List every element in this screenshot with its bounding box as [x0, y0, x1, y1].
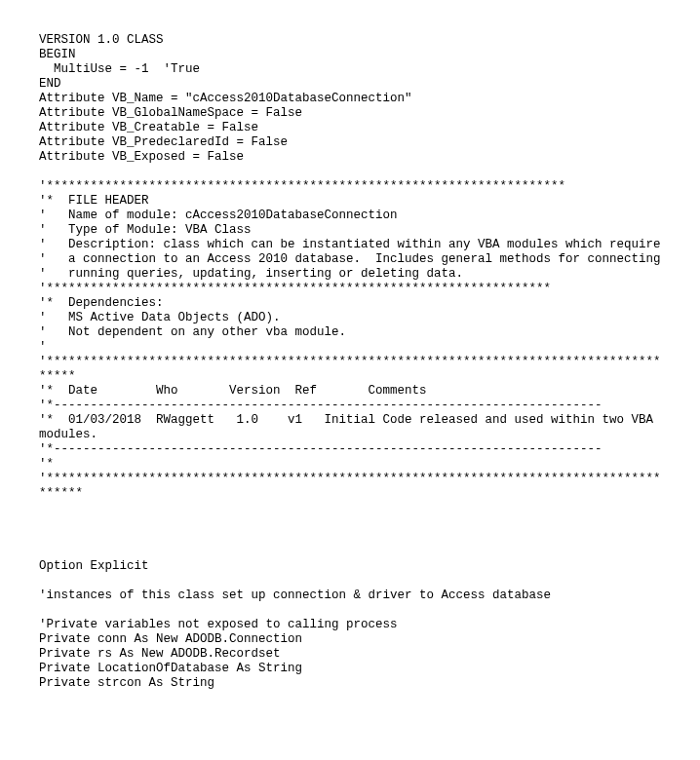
vba-source-code: VERSION 1.0 CLASS BEGIN MultiUse = -1 'T… [0, 0, 700, 724]
